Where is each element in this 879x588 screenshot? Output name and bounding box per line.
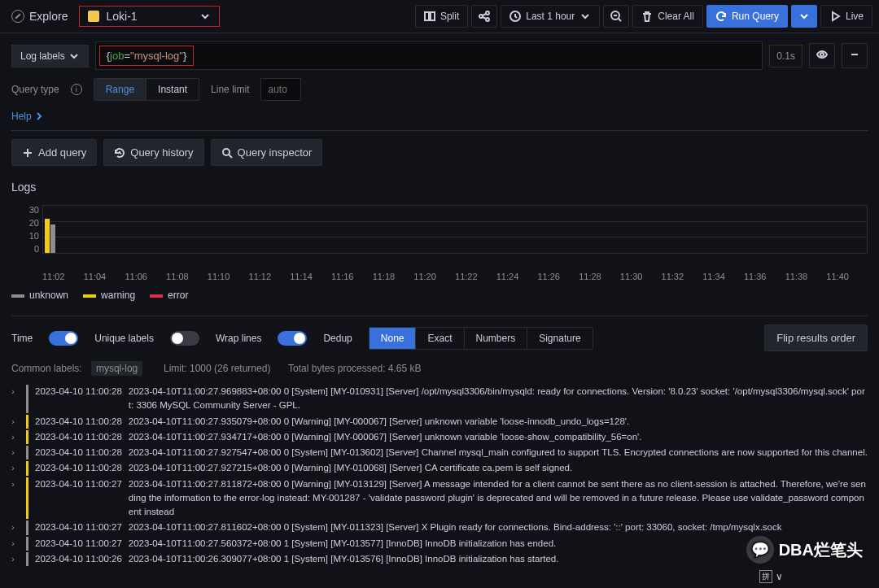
log-level-bar	[26, 430, 28, 444]
flip-results-button[interactable]: Flip results order	[764, 324, 868, 351]
run-query-button[interactable]: Run Query	[706, 5, 788, 28]
time-toggle[interactable]	[49, 331, 78, 346]
share-button[interactable]	[471, 5, 497, 28]
legend-error[interactable]: error	[150, 290, 188, 301]
dedup-none[interactable]: None	[370, 328, 417, 349]
log-message: 2023-04-10T11:00:27.969883+08:00 0 [Syst…	[129, 385, 868, 413]
minus-icon	[849, 49, 860, 60]
logs-title: Logs	[11, 181, 868, 194]
share-icon	[479, 11, 490, 22]
zoom-out-button[interactable]	[603, 5, 629, 28]
legend: unknown warning error	[11, 290, 868, 301]
query-history-button[interactable]: Query history	[103, 139, 203, 166]
live-label: Live	[846, 11, 864, 22]
dedup-numbers[interactable]: Numbers	[465, 328, 528, 349]
log-message: 2023-04-10T11:00:27.935079+08:00 0 [Warn…	[129, 415, 868, 429]
run-query-label: Run Query	[732, 11, 779, 22]
unique-labels-toggle[interactable]	[170, 331, 199, 346]
query-timing: 0.1s	[769, 45, 802, 68]
bar-unknown[interactable]	[50, 224, 55, 253]
log-level-bar	[26, 552, 28, 566]
help-link[interactable]: Help	[11, 111, 45, 122]
common-label-tag: mysql-log	[91, 361, 142, 376]
expand-icon[interactable]: ›	[11, 385, 20, 413]
clear-all-label: Clear All	[658, 11, 694, 22]
query-inspector-label: Query inspector	[238, 146, 313, 159]
plus-icon	[22, 147, 33, 159]
split-button[interactable]: Split	[415, 5, 468, 28]
expand-icon[interactable]: ›	[11, 415, 20, 429]
chart-grid	[42, 205, 868, 254]
log-row[interactable]: ›2023-04-10 11:00:282023-04-10T11:00:27.…	[11, 445, 868, 460]
x-tick: 11:18	[373, 272, 414, 281]
live-button[interactable]: Live	[820, 5, 872, 28]
compass-icon	[11, 10, 24, 23]
legend-unknown[interactable]: unknown	[11, 290, 68, 301]
log-row[interactable]: ›2023-04-10 11:00:282023-04-10T11:00:27.…	[11, 414, 868, 429]
ime-indicator: 拼 ∨	[759, 570, 783, 575]
chevron-down-icon	[68, 50, 80, 62]
expand-icon[interactable]: ›	[11, 446, 20, 460]
log-row[interactable]: ›2023-04-10 11:00:272023-04-10T11:00:27.…	[11, 477, 868, 520]
add-query-button[interactable]: Add query	[11, 139, 97, 166]
line-limit-input[interactable]	[260, 78, 301, 101]
log-timestamp: 2023-04-10 11:00:28	[35, 446, 122, 460]
remove-query-button[interactable]	[842, 43, 868, 68]
search-minus-icon	[610, 11, 622, 22]
datasource-picker[interactable]: Loki-1	[79, 6, 219, 27]
bar-warning[interactable]	[45, 219, 50, 253]
watermark: 💬 DBA烂笔头	[746, 536, 863, 564]
log-row[interactable]: ›2023-04-10 11:00:282023-04-10T11:00:27.…	[11, 460, 868, 476]
topbar: Explore Loki-1 Split Last 1 hour Clear A…	[0, 0, 879, 33]
svg-point-4	[486, 18, 489, 21]
content: Log labels {job="mysql-log"} 0.1s Query …	[0, 33, 879, 575]
instant-button[interactable]: Instant	[146, 79, 199, 100]
log-row[interactable]: ›2023-04-10 11:00:282023-04-10T11:00:27.…	[11, 429, 868, 445]
expand-icon[interactable]: ›	[11, 520, 20, 534]
expand-icon[interactable]: ›	[11, 430, 20, 444]
log-row[interactable]: ›2023-04-10 11:00:262023-04-10T11:00:26.…	[11, 551, 868, 567]
log-row[interactable]: ›2023-04-10 11:00:272023-04-10T11:00:27.…	[11, 520, 868, 535]
run-query-dropdown[interactable]	[791, 5, 817, 28]
toggle-visibility-button[interactable]	[809, 43, 835, 68]
log-row[interactable]: ›2023-04-10 11:00:272023-04-10T11:00:27.…	[11, 536, 868, 551]
x-tick: 11:22	[455, 272, 496, 281]
chevron-down-icon	[579, 11, 591, 22]
dedup-label: Dedup	[323, 333, 352, 344]
log-labels-button[interactable]: Log labels	[11, 45, 89, 68]
x-tick: 11:12	[249, 272, 291, 281]
expand-icon[interactable]: ›	[11, 461, 20, 475]
x-tick: 11:02	[42, 272, 84, 281]
x-axis: 11:0211:0411:0611:0811:1011:1211:1411:16…	[42, 268, 868, 281]
svg-point-8	[223, 149, 230, 155]
timerange-label: Last 1 hour	[526, 11, 575, 22]
wrap-lines-toggle[interactable]	[278, 331, 307, 346]
query-type-segment: Range Instant	[94, 78, 199, 101]
timerange-button[interactable]: Last 1 hour	[501, 5, 600, 28]
x-tick: 11:32	[662, 272, 703, 281]
logs-panel: Logs 30 20 10 0 11:0211:0411:0611:0811:1…	[11, 181, 868, 567]
y-axis: 30 20 10 0	[11, 205, 39, 254]
expand-icon[interactable]: ›	[11, 477, 20, 520]
legend-warning[interactable]: warning	[83, 290, 135, 301]
query-input[interactable]: {job="mysql-log"}	[95, 41, 763, 70]
log-message: 2023-04-10T11:00:27.934717+08:00 0 [Warn…	[129, 430, 868, 444]
eye-icon	[816, 49, 828, 60]
query-options: Query type i Range Instant Line limit	[11, 78, 868, 101]
query-inspector-button[interactable]: Query inspector	[211, 139, 323, 166]
query-actions: Add query Query history Query inspector	[11, 130, 868, 166]
info-icon[interactable]: i	[71, 84, 82, 95]
dedup-exact[interactable]: Exact	[416, 328, 464, 349]
dedup-signature[interactable]: Signature	[527, 328, 592, 349]
split-label: Split	[440, 11, 459, 22]
x-tick: 11:38	[785, 272, 827, 281]
clear-all-button[interactable]: Clear All	[632, 5, 703, 28]
expand-icon[interactable]: ›	[11, 552, 20, 566]
range-button[interactable]: Range	[94, 79, 146, 100]
logs-histogram[interactable]: 30 20 10 0	[11, 205, 868, 264]
expand-icon[interactable]: ›	[11, 537, 20, 551]
datasource-name: Loki-1	[106, 10, 137, 23]
time-label: Time	[11, 333, 33, 344]
log-row[interactable]: ›2023-04-10 11:00:282023-04-10T11:00:27.…	[11, 384, 868, 414]
help-text: Help	[11, 111, 32, 122]
